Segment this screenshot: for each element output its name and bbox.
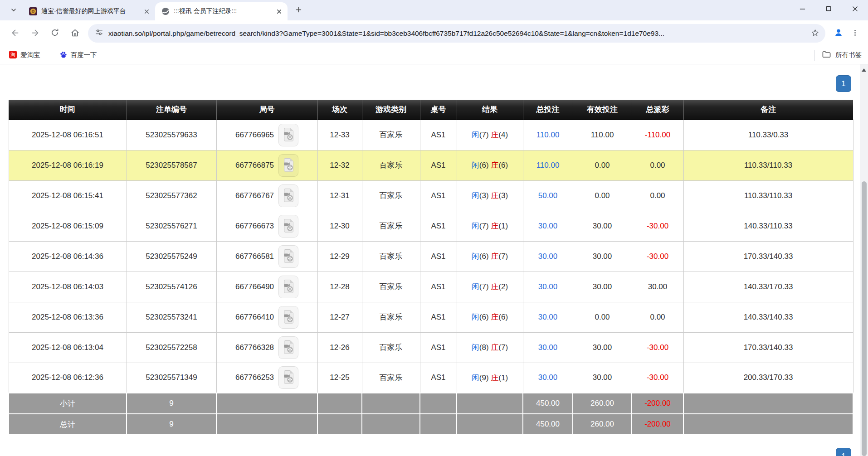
table-row[interactable]: 2025-12-08 06:14:03523025574126667766490… (9, 272, 853, 302)
cell-valid-bet: 30.00 (573, 241, 632, 272)
total-label: 总计 (9, 414, 127, 435)
cell-session: 12-29 (317, 241, 362, 272)
cell-payout: 30.00 (632, 272, 683, 302)
video-replay-button[interactable] (278, 336, 298, 359)
page-content: 1 时间 注单编号 局号 场次 游戏类别 桌号 结果 总投注 有效投注 总派彩 … (0, 64, 868, 456)
bet-record-table: 时间 注单编号 局号 场次 游戏类别 桌号 结果 总投注 有效投注 总派彩 备注… (8, 100, 853, 435)
tab-search-button[interactable] (5, 2, 22, 19)
close-window-button[interactable] (842, 0, 868, 17)
cell-total-bet: 30.00 (523, 241, 573, 272)
forward-arrow-icon (30, 28, 40, 39)
round-no-text: 667766673 (235, 222, 274, 231)
table-row[interactable]: 2025-12-08 06:13:36523025573241667766410… (9, 302, 853, 332)
cell-table-no: AS1 (420, 120, 457, 150)
bookmark-baidu[interactable]: 百度一下 (57, 49, 100, 62)
scrollbar[interactable] (860, 64, 868, 456)
profile-button[interactable] (831, 26, 846, 41)
cell-note: 110.33/110.33 (683, 150, 853, 180)
video-replay-button[interactable] (278, 154, 298, 177)
cell-payout: -30.00 (632, 363, 683, 393)
subtotal-valid-bet: 260.00 (573, 393, 632, 414)
subtotal-total-bet: 450.00 (523, 393, 573, 414)
table-footer: 小计 9 450.00 260.00 -200.00 总计 9 (9, 393, 853, 435)
url-text[interactable]: xiaotian.so/ipl/portal.php/game/betrecor… (108, 29, 802, 38)
cell-game-type: 百家乐 (362, 363, 420, 393)
table-row[interactable]: 2025-12-08 06:15:09523025576271667766673… (9, 211, 853, 241)
minimize-button[interactable] (789, 0, 815, 17)
home-button[interactable] (65, 24, 84, 43)
cell-result: 闲(6) 庄(6) (457, 302, 523, 332)
scrollbar-thumb[interactable] (862, 181, 867, 456)
cell-empty (317, 393, 362, 414)
cell-round-no: 667766410 (216, 302, 317, 332)
video-replay-button[interactable] (278, 124, 298, 146)
cell-game-type: 百家乐 (362, 332, 420, 363)
total-payout: -200.00 (632, 414, 683, 435)
cell-valid-bet: 0.00 (573, 302, 632, 332)
table-row[interactable]: 2025-12-08 06:14:36523025575249667766581… (9, 241, 853, 272)
cell-table-no: AS1 (420, 302, 457, 332)
tab-strip: 通宝-信誉最好的网上游戏平台 :::视讯 会员下注纪录::: (0, 0, 868, 20)
video-replay-button[interactable] (278, 366, 298, 389)
cell-time: 2025-12-08 06:16:19 (9, 150, 127, 180)
header-total-bet: 总投注 (523, 100, 573, 120)
cell-total-bet: 30.00 (523, 302, 573, 332)
video-replay-button[interactable] (278, 306, 298, 329)
table-row[interactable]: 2025-12-08 06:16:19523025578587667766875… (9, 150, 853, 180)
pagination-button-bottom[interactable]: 1 (836, 448, 851, 456)
cell-empty (216, 393, 317, 414)
round-no-text: 667766875 (235, 161, 274, 170)
cell-session: 12-27 (317, 302, 362, 332)
cell-empty (420, 393, 457, 414)
tongbao-favicon-icon (29, 7, 37, 15)
round-no-text: 667766328 (235, 343, 274, 352)
header-valid-bet: 有效投注 (573, 100, 632, 120)
forward-button[interactable] (25, 24, 44, 43)
cell-empty (457, 393, 523, 414)
scroll-up-arrow-icon[interactable] (862, 68, 866, 72)
tab-close-button[interactable] (141, 6, 151, 16)
table-row[interactable]: 2025-12-08 06:16:51523025579633667766965… (9, 120, 853, 150)
cell-total-bet: 50.00 (523, 180, 573, 211)
cell-table-no: AS1 (420, 241, 457, 272)
video-replay-button[interactable] (278, 276, 298, 298)
total-count: 9 (127, 414, 216, 435)
back-button[interactable] (5, 24, 24, 43)
pagination-button-top[interactable]: 1 (836, 75, 851, 92)
video-replay-icon (283, 279, 294, 295)
cell-time: 2025-12-08 06:13:04 (9, 332, 127, 363)
browser-menu-button[interactable] (847, 26, 863, 41)
header-payout: 总派彩 (632, 100, 683, 120)
chevron-down-icon (10, 6, 17, 15)
video-replay-button[interactable] (278, 215, 298, 238)
round-no-text: 667766490 (235, 282, 274, 291)
browser-tab-betrecord[interactable]: :::视讯 会员下注纪录::: (155, 2, 288, 20)
video-replay-button[interactable] (278, 184, 298, 207)
cell-valid-bet: 0.00 (573, 180, 632, 211)
cell-bet-no: 523025576271 (127, 211, 216, 241)
table-row[interactable]: 2025-12-08 06:15:41523025577362667766767… (9, 180, 853, 211)
tab-close-button[interactable] (274, 6, 284, 16)
bookmarks-bar: 淘 爱淘宝 百度一下 所有书签 (0, 46, 868, 64)
all-bookmarks[interactable]: 所有书签 (814, 50, 862, 61)
cell-game-type: 百家乐 (362, 272, 420, 302)
table-row[interactable]: 2025-12-08 06:13:04523025572258667766328… (9, 332, 853, 363)
cell-empty (683, 414, 853, 435)
maximize-button[interactable] (815, 0, 842, 17)
table-row[interactable]: 2025-12-08 06:12:36523025571349667766253… (9, 363, 853, 393)
round-no-text: 667766767 (235, 191, 274, 200)
header-game-type: 游戏类别 (362, 100, 420, 120)
site-settings-icon[interactable] (95, 29, 103, 38)
bookmark-star-button[interactable] (807, 26, 823, 41)
cell-round-no: 667766767 (216, 180, 317, 211)
cell-note: 140.33/110.33 (683, 211, 853, 241)
cell-round-no: 667766581 (216, 241, 317, 272)
cell-payout: 0.00 (632, 302, 683, 332)
table-header: 时间 注单编号 局号 场次 游戏类别 桌号 结果 总投注 有效投注 总派彩 备注 (9, 100, 853, 120)
video-replay-button[interactable] (278, 245, 298, 268)
browser-tab-tongbao[interactable]: 通宝-信誉最好的网上游戏平台 (23, 2, 155, 20)
reload-button[interactable] (45, 24, 64, 43)
bookmark-aitaobao[interactable]: 淘 爱淘宝 (6, 49, 43, 62)
new-tab-button[interactable] (290, 2, 307, 19)
address-bar[interactable]: xiaotian.so/ipl/portal.php/game/betrecor… (88, 24, 825, 43)
